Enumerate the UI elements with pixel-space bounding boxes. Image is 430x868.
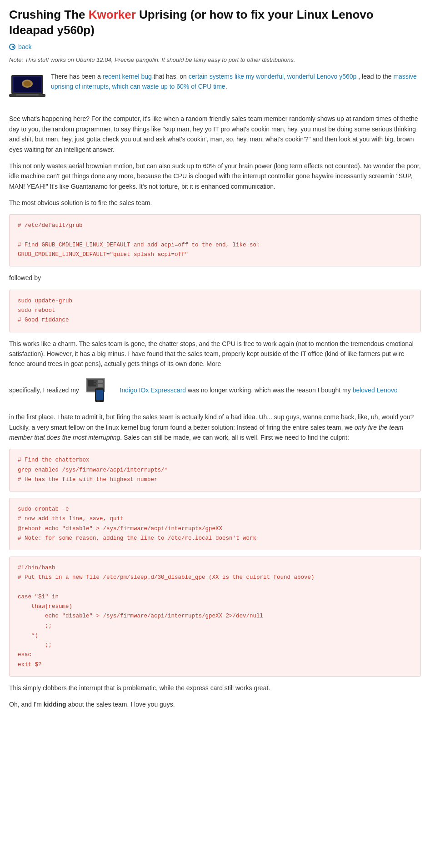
svg-point-4 bbox=[24, 81, 31, 86]
svg-rect-13 bbox=[94, 383, 97, 385]
svg-rect-12 bbox=[94, 380, 97, 382]
code-block-1: # /etc/default/grub # Find GRUB_CMDLINE_… bbox=[9, 214, 421, 266]
svg-rect-10 bbox=[98, 380, 103, 383]
paragraph-5: This works like a charm. The sales team … bbox=[9, 339, 421, 369]
code-block-2: sudo update-grub sudo reboot # Good ridd… bbox=[9, 290, 421, 332]
note-text: Note: This stuff works on Ubuntu 12.04, … bbox=[9, 55, 421, 65]
link-indigo[interactable]: Indigo IOx Expresscard bbox=[120, 386, 186, 394]
svg-rect-6 bbox=[16, 94, 39, 95]
code-block-3: # Find the chatterbox grep enabled /sys/… bbox=[9, 449, 421, 492]
paragraph-6: in the first place. I hate to admit it, … bbox=[9, 412, 421, 442]
expresscard-icon bbox=[84, 376, 115, 403]
paragraph-2: See what's happening here? For the compu… bbox=[9, 114, 421, 155]
paragraph-3: This not only wastes aerial brownian mot… bbox=[9, 161, 421, 191]
paragraph-4: The most obvious solution is to fire the… bbox=[9, 198, 421, 208]
followed-by-text: followed by bbox=[9, 273, 421, 283]
link-certain-systems[interactable]: certain systems like my wonderful, wonde… bbox=[189, 73, 357, 80]
code-block-4: sudo crontab -e # now add this line, sav… bbox=[9, 498, 421, 550]
svg-rect-15 bbox=[96, 390, 103, 400]
paragraph-7: This simply clobbers the interrupt that … bbox=[9, 683, 421, 693]
link-beloved[interactable]: beloved Lenovo bbox=[353, 386, 398, 394]
paragraph-1: There has been a recent kernel bug that … bbox=[9, 71, 421, 107]
code-block-5: #!/bin/bash # Put this in a new file /et… bbox=[9, 557, 421, 677]
laptop-icon bbox=[9, 71, 45, 101]
page-title: Crushing The Kworker Uprising (or how to… bbox=[9, 7, 421, 38]
laptop-image-wrapper bbox=[9, 71, 45, 104]
svg-rect-16 bbox=[97, 401, 100, 401]
svg-rect-11 bbox=[98, 384, 103, 387]
paragraph-5b: specifically, I realized my Indigo IOx E… bbox=[9, 376, 421, 406]
device-image bbox=[84, 376, 115, 406]
back-icon bbox=[9, 44, 15, 50]
link-kernel-bug[interactable]: recent kernel bug bbox=[103, 73, 152, 80]
paragraph-8: Oh, and I'm kidding about the sales team… bbox=[9, 699, 421, 709]
back-link[interactable]: back bbox=[9, 42, 32, 52]
